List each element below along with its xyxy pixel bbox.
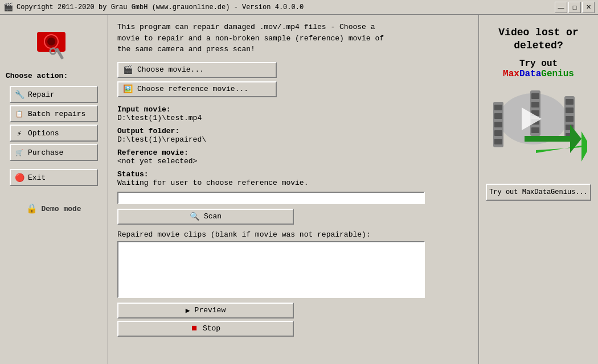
- try-btn-label: Try out MaxDataGenius...: [489, 188, 588, 196]
- repair-label: Repair: [28, 90, 55, 99]
- video-lost-line2: deleted?: [514, 40, 563, 51]
- movie-file-icon: 🎬: [123, 65, 133, 75]
- scan-icon: 🔍: [190, 212, 199, 221]
- stop-label: Stop: [203, 324, 220, 333]
- exit-label: Exit: [28, 173, 46, 182]
- scan-label: Scan: [204, 212, 222, 221]
- try-maxdatagenius-button[interactable]: Try out MaxDataGenius...: [486, 184, 591, 201]
- video-lost-line1: Video lost or: [498, 27, 578, 38]
- scan-button[interactable]: 🔍 Scan: [117, 209, 294, 225]
- choose-movie-button[interactable]: 🎬 Choose movie...: [117, 62, 277, 78]
- svg-rect-21: [566, 116, 574, 122]
- reference-movie-label: Reference movie:: [117, 148, 189, 157]
- demo-mode: 🔒 Demo mode: [26, 203, 81, 214]
- batch-repairs-button[interactable]: 📋 Batch repairs: [10, 105, 98, 122]
- options-label: Options: [28, 129, 59, 138]
- titlebar: 🎬 Copyright 2011-2020 by Grau GmbH (www.…: [0, 0, 598, 15]
- progress-bar-container: [117, 192, 425, 204]
- right-panel: Video lost or deleted? Try out MaxDataGe…: [478, 15, 598, 364]
- status-label: Status:: [117, 170, 149, 179]
- svg-rect-8: [494, 113, 502, 119]
- svg-rect-20: [566, 107, 574, 113]
- brand-max: Max: [503, 69, 519, 79]
- purchase-label: Purchase: [28, 148, 63, 157]
- svg-rect-11: [494, 139, 502, 144]
- stop-icon: ⏹: [191, 324, 198, 333]
- purchase-button[interactable]: 🛒 Purchase: [10, 144, 98, 161]
- repair-button[interactable]: 🔧 Repair: [10, 86, 98, 103]
- close-button[interactable]: ✕: [582, 2, 595, 13]
- input-movie-section: Input movie: D:\test(1)\test.mp4: [117, 105, 469, 122]
- svg-rect-10: [494, 130, 502, 136]
- svg-rect-19: [566, 99, 574, 105]
- content-area: This program can repair damaged .mov/.mp…: [108, 15, 478, 364]
- batch-icon: 📋: [14, 110, 24, 118]
- reference-movie-value: <not yet selected>: [117, 157, 197, 166]
- output-folder-label: Output folder:: [117, 127, 179, 135]
- batch-repairs-label: Batch repairs: [28, 110, 85, 118]
- lock-icon: 🔒: [26, 203, 38, 214]
- bottom-buttons: ▶ Preview ⏹ Stop: [117, 303, 469, 337]
- brand-data: Data: [519, 69, 541, 79]
- preview-icon: ▶: [186, 306, 190, 315]
- info-text: This program can repair damaged .mov/.mp…: [117, 22, 469, 55]
- svg-rect-13: [531, 93, 539, 99]
- exit-icon: 🔴: [14, 173, 24, 183]
- stop-button[interactable]: ⏹ Stop: [117, 321, 294, 337]
- main-container: Choose action: 🔧 Repair 📋 Batch repairs …: [0, 15, 598, 364]
- choose-reference-button[interactable]: 🖼️ Choose reference movie...: [117, 81, 277, 97]
- input-movie-label: Input movie:: [117, 105, 171, 114]
- purchase-icon: 🛒: [14, 149, 24, 156]
- svg-rect-17: [531, 127, 539, 133]
- repaired-textarea[interactable]: [117, 241, 425, 298]
- maximize-button[interactable]: □: [568, 2, 581, 13]
- titlebar-left: 🎬 Copyright 2011-2020 by Grau GmbH (www.…: [3, 2, 304, 12]
- output-folder-value: D:\test(1)\repaired\: [117, 135, 206, 144]
- repair-icon: 🔧: [14, 90, 24, 100]
- promo-subtitle: Try out MaxDataGenius: [503, 59, 574, 79]
- svg-rect-14: [531, 102, 539, 107]
- choose-movie-label: Choose movie...: [137, 65, 204, 74]
- promo-image: [490, 85, 587, 176]
- options-icon: ⚡: [14, 129, 24, 138]
- exit-button[interactable]: 🔴 Exit: [10, 169, 98, 186]
- sidebar: Choose action: 🔧 Repair 📋 Batch repairs …: [0, 15, 108, 364]
- input-movie-value: D:\test(1)\test.mp4: [117, 114, 202, 122]
- minimize-button[interactable]: —: [555, 2, 567, 13]
- choose-reference-label: Choose reference movie...: [137, 85, 248, 93]
- options-button[interactable]: ⚡ Options: [10, 125, 98, 142]
- try-out-label: Try out: [519, 59, 558, 69]
- svg-rect-9: [494, 122, 502, 127]
- titlebar-controls: — □ ✕: [555, 2, 595, 13]
- scan-button-row: 🔍 Scan: [117, 209, 469, 225]
- output-folder-section: Output folder: D:\test(1)\repaired\: [117, 127, 469, 144]
- status-section: Status: Waiting for user to choose refer…: [117, 170, 469, 187]
- svg-rect-7: [494, 105, 502, 110]
- reference-file-icon: 🖼️: [123, 84, 133, 94]
- app-logo: [31, 20, 77, 66]
- preview-label: Preview: [195, 306, 226, 315]
- status-value: Waiting for user to choose reference mov…: [117, 179, 308, 187]
- reference-movie-section: Reference movie: <not yet selected>: [117, 148, 469, 166]
- demo-mode-label: Demo mode: [41, 205, 81, 213]
- preview-button[interactable]: ▶ Preview: [117, 303, 294, 318]
- app-icon: 🎬: [3, 2, 13, 12]
- choose-action-label: Choose action:: [6, 72, 68, 80]
- titlebar-title: Copyright 2011-2020 by Grau GmbH (www.gr…: [17, 3, 304, 11]
- choose-buttons: 🎬 Choose movie... 🖼️ Choose reference mo…: [117, 62, 469, 97]
- svg-point-2: [47, 38, 55, 46]
- repaired-clips-label: Repaired movie clips (blank if movie was…: [117, 230, 469, 239]
- brand-genius: Genius: [541, 69, 574, 79]
- promo-title: Video lost or deleted?: [498, 26, 578, 53]
